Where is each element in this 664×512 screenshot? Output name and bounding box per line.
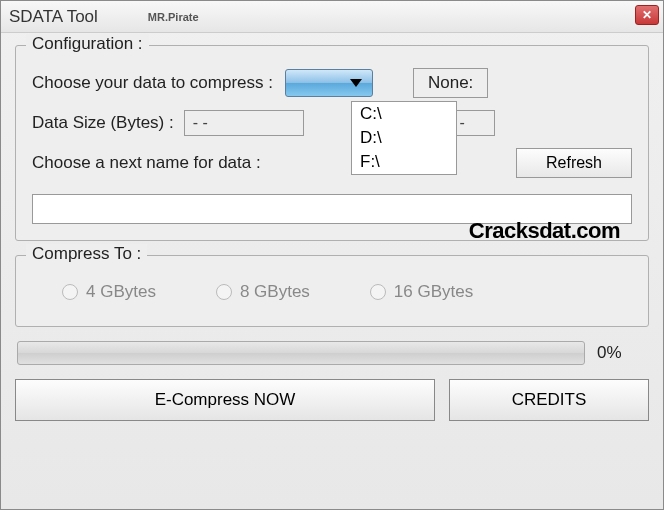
progress-row: 0%	[17, 341, 647, 365]
window-title: SDATA Tool	[9, 7, 98, 27]
data-size-field[interactable]	[184, 110, 304, 136]
close-icon: ✕	[642, 8, 652, 22]
radio-4gb[interactable]: 4 GBytes	[62, 282, 156, 302]
credits-button[interactable]: CREDITS	[449, 379, 649, 421]
drive-combobox[interactable]	[285, 69, 373, 97]
radio-icon	[370, 284, 386, 300]
none-display: None:	[413, 68, 488, 98]
drive-option-f[interactable]: F:\	[352, 150, 456, 174]
window-subtitle: MR.Pirate	[148, 11, 199, 23]
radio-icon	[62, 284, 78, 300]
compress-to-legend: Compress To :	[26, 244, 147, 264]
progress-bar	[17, 341, 585, 365]
close-button[interactable]: ✕	[635, 5, 659, 25]
choose-data-label: Choose your data to compress :	[32, 73, 273, 93]
titlebar: SDATA Tool MR.Pirate ✕	[1, 1, 663, 33]
app-window: SDATA Tool MR.Pirate ✕ Configuration : C…	[0, 0, 664, 510]
configuration-legend: Configuration :	[26, 34, 149, 54]
data-size-label: Data Size (Bytes) :	[32, 113, 174, 133]
progress-percent: 0%	[597, 343, 647, 363]
compress-to-group: Compress To : 4 GBytes 8 GBytes 16 GByte…	[15, 255, 649, 327]
radio-4gb-label: 4 GBytes	[86, 282, 156, 302]
radio-16gb[interactable]: 16 GBytes	[370, 282, 473, 302]
choose-name-label: Choose a next name for data :	[32, 153, 261, 173]
radio-icon	[216, 284, 232, 300]
data-size-row: Data Size (Bytes) : ) :	[32, 110, 632, 136]
compress-now-button[interactable]: E-Compress NOW	[15, 379, 435, 421]
action-buttons-row: E-Compress NOW CREDITS	[15, 379, 649, 421]
radio-8gb-label: 8 GBytes	[240, 282, 310, 302]
refresh-button[interactable]: Refresh	[516, 148, 632, 178]
drive-dropdown-list: C:\ D:\ F:\	[351, 101, 457, 175]
choose-data-row: Choose your data to compress : None:	[32, 68, 632, 98]
radio-16gb-label: 16 GBytes	[394, 282, 473, 302]
drive-option-c[interactable]: C:\	[352, 102, 456, 126]
compress-options-row: 4 GBytes 8 GBytes 16 GBytes	[32, 276, 632, 308]
drive-option-d[interactable]: D:\	[352, 126, 456, 150]
chevron-down-icon	[350, 79, 362, 87]
choose-name-row: Choose a next name for data : Refresh	[32, 148, 632, 178]
configuration-group: Configuration : Choose your data to comp…	[15, 45, 649, 241]
content-area: Configuration : Choose your data to comp…	[1, 33, 663, 433]
watermark-text: Cracksdat.com	[469, 218, 620, 244]
radio-8gb[interactable]: 8 GBytes	[216, 282, 310, 302]
